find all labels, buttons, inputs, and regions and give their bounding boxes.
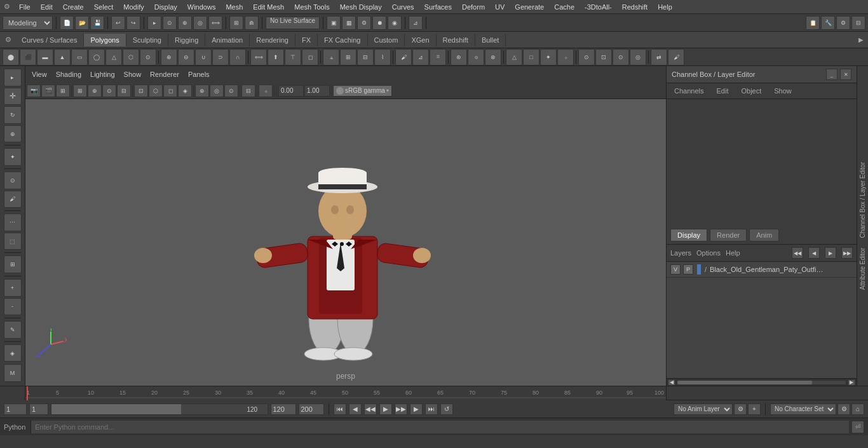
panel-minimize-btn[interactable]: _ [826, 69, 837, 80]
select-tool-btn[interactable]: ▸ [147, 16, 161, 30]
sculpt-mesh-btn[interactable]: 🖌 [395, 49, 412, 65]
vp-grid-btn[interactable]: ⊞ [73, 85, 87, 97]
maya-logo-btn[interactable]: M [4, 364, 22, 382]
layer-visibility-btn[interactable]: V [670, 264, 681, 275]
step-back-btn[interactable]: ◀ [349, 404, 362, 415]
loop-btn[interactable]: ↺ [440, 404, 453, 415]
paint-tool-btn[interactable]: ⊕ [178, 16, 192, 30]
ch-tab-edit[interactable]: Edit [712, 86, 732, 96]
edge-loop-btn[interactable]: ⊞ [340, 49, 356, 65]
tab-bullet[interactable]: Bullet [475, 34, 506, 46]
panel-close-btn[interactable]: ✕ [840, 69, 851, 80]
scale-tool-btn[interactable]: ⊕ [4, 125, 22, 143]
layers-menu-layers[interactable]: Layers [670, 249, 691, 257]
menu-edit-mesh[interactable]: Edit Mesh [248, 2, 289, 12]
bool-inter-btn[interactable]: ∩ [229, 49, 246, 65]
target-weld-btn[interactable]: ⊛ [451, 49, 467, 65]
torus-btn[interactable]: ◯ [88, 49, 105, 65]
tab-rigging[interactable]: Rigging [168, 34, 205, 46]
snap-curve-btn[interactable]: ⋒ [245, 16, 259, 30]
vp-heads-btn[interactable]: ⊙ [102, 85, 116, 97]
python-enter-btn[interactable]: ⏎ [851, 421, 864, 433]
snap-pts-btn[interactable]: ⊞ [4, 255, 22, 273]
cube-btn[interactable]: ⬛ [20, 49, 36, 65]
layer-playback-btn[interactable]: P [683, 264, 693, 275]
add-div-btn[interactable]: + [4, 279, 22, 297]
layers-menu-help[interactable]: Help [726, 249, 740, 257]
tab-settings-btn[interactable]: ⚙ [1, 33, 15, 47]
layers-menu-options[interactable]: Options [696, 249, 721, 257]
side-tab-attribute-editor[interactable]: Attribute Editor [858, 243, 867, 295]
planar-map-btn[interactable]: ⊡ [595, 49, 612, 65]
playblast-btn[interactable]: ◉ [388, 16, 402, 30]
render-seq-btn[interactable]: ⏺ [372, 16, 386, 30]
mode-select[interactable]: Modeling Rigging Animation [3, 16, 53, 30]
bevel-btn[interactable]: ⟁ [323, 49, 339, 65]
vp-menu-renderer[interactable]: Renderer [146, 69, 183, 79]
menu-mesh-display[interactable]: Mesh Display [335, 2, 387, 12]
open-scene-btn[interactable]: 📂 [75, 16, 89, 30]
layer-nav-last-btn[interactable]: ▶▶ [841, 247, 853, 259]
channel-box-btn[interactable]: 📋 [806, 16, 820, 30]
vp-wireframe-btn[interactable]: ⊡ [134, 85, 148, 97]
tab-polygons[interactable]: Polygons [84, 34, 126, 46]
combine-btn[interactable]: ⊕ [161, 49, 177, 65]
scroll-track[interactable] [677, 380, 846, 385]
vp-sel-mask-btn[interactable]: ⊕ [195, 85, 209, 97]
bool-diff-btn[interactable]: ⊃ [212, 49, 229, 65]
playback-range-bar[interactable] [51, 404, 268, 415]
menu-modify[interactable]: Modify [118, 2, 149, 12]
soft-select-left-btn[interactable]: ⊙ [4, 172, 22, 189]
menu-uv[interactable]: UV [490, 2, 510, 12]
redo-btn[interactable]: ↪ [126, 16, 140, 30]
disp-tab-render[interactable]: Render [710, 229, 747, 241]
vp-sel-paint-btn[interactable]: ⊙ [224, 85, 238, 97]
menu-surfaces[interactable]: Surfaces [419, 2, 457, 12]
layer-nav-prev-btn[interactable]: ◀ [808, 247, 820, 259]
lattice-btn[interactable]: ⌗ [430, 49, 446, 65]
prism-btn[interactable]: △ [105, 49, 122, 65]
play-forward-btn[interactable]: ▶ [379, 404, 392, 415]
ipr-btn[interactable]: ▦ [342, 16, 356, 30]
disp-tab-display[interactable]: Display [670, 229, 707, 241]
frame-end-input[interactable] [271, 404, 296, 415]
paint-ops-btn[interactable]: 🖌 [4, 191, 22, 208]
vp-default-btn[interactable]: ◻ [163, 85, 177, 97]
tab-xgen[interactable]: XGen [405, 34, 436, 46]
attribute-editor-btn[interactable]: 🔧 [821, 16, 835, 30]
step-forward-btn[interactable]: ▶ [410, 404, 423, 415]
ch-tab-show[interactable]: Show [770, 86, 796, 96]
uv-editor-btn[interactable]: ⊙ [578, 49, 595, 65]
new-scene-btn[interactable]: 📄 [60, 16, 74, 30]
menu-file[interactable]: File [14, 2, 36, 12]
color-space-selector[interactable]: sRGB gamma ▾ [333, 85, 392, 97]
menu-display[interactable]: Display [149, 2, 182, 12]
offset-loop-btn[interactable]: ⊟ [357, 49, 374, 65]
scroll-right-btn[interactable]: ▶ [848, 379, 855, 386]
goto-start-btn[interactable]: ⏮ [334, 404, 346, 415]
paint-weight-btn[interactable]: 🖌 [668, 49, 684, 65]
universal-manip-btn[interactable]: ✦ [4, 148, 22, 166]
vp-xray-btn[interactable]: ◈ [178, 85, 192, 97]
save-scene-btn[interactable]: 💾 [90, 16, 104, 30]
char-set-key-btn[interactable]: ⌂ [851, 404, 864, 415]
range-end-inline-input[interactable] [247, 404, 266, 416]
frame-max-input[interactable] [299, 404, 324, 415]
ui-elements-btn[interactable]: ⊟ [851, 16, 865, 30]
cylindrical-map-btn[interactable]: ⊙ [613, 49, 629, 65]
snap-grid-btn[interactable]: ⊞ [229, 16, 243, 30]
cleanup-btn[interactable]: ✦ [540, 49, 557, 65]
goto-end-btn[interactable]: ⏭ [425, 404, 438, 415]
viewport-canvas[interactable]: X Y Z persp [25, 99, 666, 386]
marquee-btn[interactable]: ⬚ [4, 233, 22, 250]
scroll-left-btn[interactable]: ◀ [668, 379, 675, 386]
tab-arrow-right[interactable]: ▶ [855, 33, 867, 47]
vp-menu-lighting[interactable]: Lighting [86, 69, 119, 79]
lasso-tool-btn[interactable]: ⊙ [163, 16, 177, 30]
annotate-btn[interactable]: ✎ [4, 321, 22, 339]
tab-curves-surfaces[interactable]: Curves / Surfaces [15, 34, 84, 46]
current-frame-input[interactable] [4, 404, 27, 415]
move-tool-btn[interactable]: ✛ [4, 88, 22, 105]
rotate-val-input[interactable] [278, 85, 304, 97]
pyramid-btn[interactable]: ⬡ [123, 49, 139, 65]
